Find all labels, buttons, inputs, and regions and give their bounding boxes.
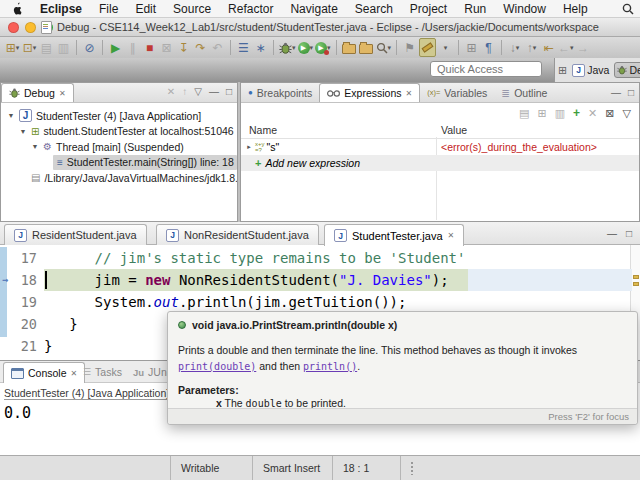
column-header-value[interactable]: Value <box>441 124 467 136</box>
open-type-button[interactable] <box>342 39 357 56</box>
stack-frame-icon: ≡ <box>57 157 63 168</box>
menu-item-refactor[interactable]: Refactor <box>228 2 273 16</box>
status-bar: Writable Smart Insert 18 : 1 <box>0 455 640 480</box>
minimize-view-icon[interactable]: — <box>607 228 617 239</box>
tab-non-resident-student[interactable]: J NonResidentStudent.java <box>156 224 319 245</box>
expand-toggle-icon[interactable]: ▸ <box>241 143 253 151</box>
menu-item-navigate[interactable]: Navigate <box>290 2 337 16</box>
search-button[interactable]: ▾ <box>376 39 392 56</box>
view-menu-icon[interactable]: ▽ <box>194 86 202 97</box>
close-window-button[interactable] <box>8 22 19 33</box>
new-java-element-button[interactable]: ⊡▾ <box>22 39 37 56</box>
tab-console[interactable]: Console ✕ <box>3 362 85 383</box>
open-perspective-button[interactable]: ⊞ <box>558 64 567 77</box>
maximize-view-icon[interactable]: □ <box>628 87 634 98</box>
remove-all-expressions-button[interactable]: ⊠ <box>605 107 614 120</box>
expression-row[interactable]: ▸ x+y=? "s" <error(s)_during_the_evaluat… <box>241 139 639 155</box>
lines-icon-button[interactable]: ☰ <box>236 39 251 56</box>
tab-expressions[interactable]: Expressions ✕ <box>319 83 420 102</box>
tab-outline[interactable]: ≣ Outline <box>494 83 554 102</box>
tab-student-tester[interactable]: J StudentTester.java ✕ <box>324 224 464 246</box>
step-over-button[interactable]: ↷ <box>193 39 208 56</box>
resume-button[interactable]: ▶ <box>108 39 123 56</box>
maximize-view-icon[interactable]: □ <box>226 86 232 97</box>
menu-item-edit[interactable]: Edit <box>135 2 156 16</box>
tree-item-launch[interactable]: ▼ J StudentTester (4) [Java Application] <box>1 108 237 124</box>
minimize-window-button[interactable] <box>25 22 36 33</box>
tasks-icon: ☰ <box>83 367 91 377</box>
menu-item-help[interactable]: Help <box>563 2 588 16</box>
chevron-down-icon: ▾ <box>16 44 20 52</box>
previous-annotation-button[interactable]: ↑▾ <box>524 39 539 56</box>
open-resource-button[interactable] <box>359 39 374 56</box>
highlighter-icon <box>422 42 434 52</box>
tree-item-debug-target[interactable]: ▼ ⊞ student.StudentTester at localhost:5… <box>1 124 237 140</box>
expand-toggle-icon[interactable]: ▼ <box>31 143 39 150</box>
step-into-button[interactable]: ↧ <box>176 39 191 56</box>
expand-toggle-icon[interactable]: ▼ <box>19 128 27 135</box>
close-icon[interactable]: ✕ <box>448 231 455 240</box>
next-annotation-button[interactable]: ↓▾ <box>507 39 522 56</box>
star-icon-button[interactable]: ∗ <box>253 39 268 56</box>
expressions-view: ● Breakpoints Expressions ✕ (x)= Variabl… <box>240 82 640 222</box>
expand-toggle-icon[interactable]: ▼ <box>7 112 15 119</box>
menu-item-source[interactable]: Source <box>173 2 211 16</box>
debug-perspective-button[interactable]: Debug <box>614 62 640 78</box>
current-line-highlight <box>468 269 632 291</box>
apple-menu-icon[interactable] <box>12 2 23 15</box>
annotation-mark[interactable] <box>633 275 639 279</box>
column-header-name[interactable]: Name <box>249 124 277 136</box>
tab-tasks[interactable]: ☰ Tasks <box>76 362 129 382</box>
tree-item-stack-frame[interactable]: ≡ StudentTester.main(String[]) line: 18 <box>53 155 237 171</box>
menu-item-project[interactable]: Project <box>410 2 447 16</box>
minimize-view-icon[interactable]: — <box>611 87 621 98</box>
menu-item-window[interactable]: Window <box>503 2 546 16</box>
skip-all-breakpoints-button[interactable]: ⊘ <box>82 39 97 56</box>
menu-item-search[interactable]: Search <box>355 2 393 16</box>
close-icon[interactable]: ✕ <box>59 89 66 98</box>
add-expression-button[interactable]: + <box>573 106 580 120</box>
terminate-button[interactable]: ■ <box>142 39 157 56</box>
menu-item-eclipse[interactable]: Eclipse <box>40 2 82 16</box>
tab-resident-student[interactable]: J ResidentStudent.java <box>4 224 147 245</box>
statusbar-drag-handle[interactable] <box>411 462 413 475</box>
smart-insert-status[interactable]: Smart Insert <box>252 456 332 480</box>
show-whitespace-button[interactable]: ¶ <box>481 39 496 56</box>
tree-item-thread[interactable]: ▼ ⚙ Thread [main] (Suspended) <box>1 139 237 155</box>
menu-item-file[interactable]: File <box>99 2 118 16</box>
variables-icon: (x)= <box>427 88 440 97</box>
editor-tab-bar: J ResidentStudent.java J NonResidentStud… <box>0 222 640 245</box>
tree-item-jvm[interactable]: ▤ /Library/Java/JavaVirtualMachines/jdk1… <box>1 170 237 186</box>
tab-variables[interactable]: (x)= Variables <box>420 83 494 102</box>
view-menu-icon[interactable]: ▽ <box>623 107 631 120</box>
run-dropdown-button[interactable]: ▶▾ <box>298 39 314 56</box>
add-expression-label: Add new expression <box>265 157 360 169</box>
print-double-link[interactable]: print(double) <box>178 361 256 372</box>
run-icon: ▶ <box>298 42 310 54</box>
code-line-21: } <box>44 335 52 357</box>
writable-status: Writable <box>170 456 252 480</box>
tab-debug-view[interactable]: Debug ✕ <box>1 83 74 102</box>
menu-item-run[interactable]: Run <box>464 2 486 16</box>
pin-button[interactable]: ⚑ <box>402 39 417 56</box>
close-icon[interactable]: ✕ <box>406 89 413 98</box>
coverage-dropdown-button[interactable]: ▶▾ <box>315 39 331 56</box>
maximize-view-icon[interactable]: □ <box>626 228 632 239</box>
quick-access-input[interactable] <box>430 61 542 77</box>
debug-dropdown-button[interactable]: ▾ <box>279 39 296 56</box>
spotlight-search-icon[interactable] <box>622 3 634 15</box>
segment-toggle-button[interactable]: ⊞ <box>464 39 479 56</box>
new-wizard-button[interactable]: ⊞▾ <box>5 39 20 56</box>
println-link[interactable]: println() <box>303 361 357 372</box>
java-perspective-button[interactable]: J Java <box>570 63 611 78</box>
add-new-expression-row[interactable]: + Add new expression <box>241 155 639 171</box>
search-icon <box>376 42 388 54</box>
java-file-icon: J <box>166 229 179 242</box>
mark-occurrences-button[interactable] <box>419 38 436 57</box>
window-titlebar[interactable]: Debug - CSE114_Week12_Lab1/src/student/S… <box>0 18 640 37</box>
add-icon: + <box>241 157 261 169</box>
minimize-view-icon[interactable]: — <box>209 86 219 97</box>
annotation-mark[interactable] <box>633 282 639 286</box>
tab-breakpoints[interactable]: ● Breakpoints <box>241 83 319 102</box>
last-edit-location-button[interactable]: ⇤ <box>541 39 556 56</box>
